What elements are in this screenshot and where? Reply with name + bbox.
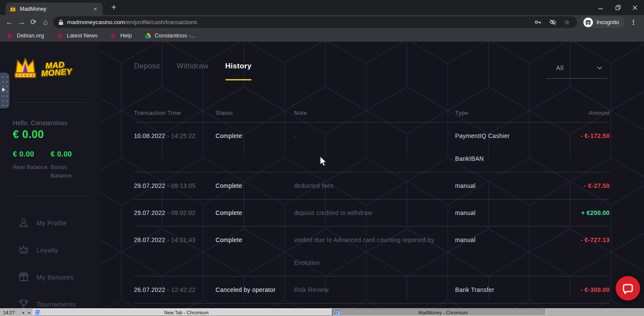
url-path: /en/profile/cash/transactions (125, 19, 197, 25)
taskbar-clock: 14:27 (0, 309, 20, 316)
cell-transaction-time: 28.07.2022 - 14:01:43 (134, 229, 216, 252)
bonus-balance-amount: € 0.00 (51, 150, 81, 159)
cell-amount: - €-172.50 (558, 125, 610, 147)
cell-amount: - €-27.50 (558, 175, 610, 197)
cell-note: Risk Review (294, 279, 455, 301)
browser-tab-strip: MadMoney × + (0, 0, 644, 15)
bookmark-star-icon[interactable]: ☆ (562, 18, 572, 26)
cell-status: Complete (216, 175, 294, 197)
bonus-balance-column: € 0.00 Bonus Balance (51, 150, 81, 180)
person-icon (18, 217, 29, 228)
bookmark-help[interactable]: Help (110, 32, 132, 39)
filter-dropdown[interactable]: All (546, 64, 607, 79)
real-balance-column: € 0.00 Real Balance (13, 150, 51, 180)
filter-value: All (556, 64, 597, 71)
screen: MadMoney × + ← → ⟳ ⌂ (0, 0, 644, 316)
mouse-cursor (320, 156, 328, 167)
cell-note: voided due to Advanced card counting rep… (294, 229, 455, 274)
task-title: MadMoney - Chromium (343, 310, 544, 315)
header-note: Note (294, 110, 455, 116)
sidebar-item-loyalty[interactable]: Loyalty (18, 240, 100, 259)
cell-status: Complete (216, 125, 294, 147)
taskbar-task-madmoney[interactable]: MadMoney - Chromium (332, 309, 546, 316)
taskbar-task-newtab[interactable]: New Tab - Chromium (33, 309, 332, 316)
browser-menu-icon[interactable]: ⋮ (626, 18, 641, 26)
taskbar-empty-area (546, 309, 644, 316)
sidebar-item-my-bonuses[interactable]: My Bonuses (18, 267, 100, 286)
password-key-icon[interactable] (532, 19, 544, 25)
page: MAD MONEY Hello, Constantinos € 0.00 € 0… (0, 42, 644, 308)
new-tab-button[interactable]: + (108, 2, 119, 13)
chat-bubble-icon (621, 282, 635, 295)
tab-close-icon[interactable]: × (92, 6, 99, 12)
cell-type: PaymentIQ Cashier BankIBAN (455, 125, 558, 170)
table-row: 28.07.2022 - 14:01:43 Complete voided du… (134, 227, 610, 276)
madmoney-favicon-crown-icon (9, 6, 16, 12)
trophy-icon (18, 298, 29, 308)
bonus-balance-label: Bonus Balance (51, 163, 81, 180)
browser-toolbar: ← → ⟳ ⌂ madmoneycasino.com/en/profile/ca… (0, 15, 644, 29)
debian-swirl-icon (110, 32, 117, 39)
close-window-icon[interactable] (629, 1, 641, 14)
bookmark-label: Help (120, 32, 132, 39)
tab-deposit[interactable]: Deposit (134, 62, 160, 71)
table-row: 26.07.2022 - 12:42:22 Canceled by operat… (134, 276, 610, 304)
home-icon[interactable]: ⌂ (39, 16, 52, 28)
debian-swirl-icon (7, 32, 13, 39)
lock-icon (58, 19, 64, 25)
url-domain: madmoneycasino.com (67, 19, 125, 25)
cell-amount: - €-727.13 (558, 229, 610, 252)
debian-swirl-icon (57, 32, 64, 39)
back-icon[interactable]: ← (3, 16, 15, 28)
forward-icon[interactable]: → (15, 16, 27, 28)
task-title: New Tab - Chromium (43, 310, 330, 315)
minimize-icon[interactable] (594, 1, 607, 14)
cell-note: deducted fees (294, 175, 455, 197)
bookmark-constantinos[interactable]: Constantinos -... (145, 32, 195, 39)
header-type: Type (455, 110, 558, 116)
eye-off-icon[interactable] (547, 19, 559, 25)
url-bar[interactable]: madmoneycasino.com/en/profile/cash/trans… (53, 16, 577, 28)
restore-window-icon[interactable] (611, 1, 624, 14)
taskbar-prev-icon[interactable]: ◂ (20, 309, 26, 316)
sidebar-menu: My Profile Loyalty My Bonuses (18, 213, 100, 308)
main-content: Deposit Withdraw History All Transaction… (100, 42, 644, 308)
chevron-down-icon (597, 66, 602, 70)
sidebar-divider (13, 102, 88, 103)
logo-line2: MONEY (41, 67, 72, 77)
chromium-icon (35, 310, 40, 315)
sidebar-item-my-profile[interactable]: My Profile (18, 213, 100, 232)
cash-tabs: Deposit Withdraw History (134, 62, 252, 71)
bookmark-label: Latest News (67, 32, 98, 39)
gift-icon (18, 271, 29, 282)
cell-status: Canceled by operator (216, 279, 294, 301)
live-chat-button[interactable] (616, 276, 640, 301)
tab-title: MadMoney (20, 6, 88, 12)
bookmark-debian[interactable]: Debian.org (7, 32, 44, 39)
header-transaction-time: Transaction Time (134, 110, 216, 116)
greeting-text: Hello, Constantinos (13, 120, 67, 126)
bookmark-latest-news[interactable]: Latest News (57, 32, 98, 39)
table-row: 10.08.2022 - 14:25:22 Complete - Payment… (134, 123, 610, 172)
table-rows: 10.08.2022 - 14:25:22 Complete - Payment… (134, 123, 610, 304)
tab-withdraw[interactable]: Withdraw (176, 62, 208, 71)
crown-icon (18, 244, 29, 255)
table-row: 29.07.2022 - 09:02:02 Complete deposit c… (134, 199, 610, 227)
incognito-label: Incognito (596, 19, 619, 25)
taskbar-next-icon[interactable]: ▸ (26, 309, 33, 316)
reload-icon[interactable]: ⟳ (27, 16, 39, 28)
sidebar-item-label: My Bonuses (36, 273, 74, 281)
header-status: Status (216, 110, 294, 116)
cell-amount: - €-300.00 (558, 279, 610, 301)
balance-breakdown: € 0.00 Real Balance € 0.00 Bonus Balance (13, 150, 81, 180)
cell-transaction-time: 26.07.2022 - 12:42:22 (134, 279, 216, 301)
madmoney-logo[interactable]: MAD MONEY (12, 56, 72, 80)
cell-transaction-time: 29.07.2022 - 09:02:02 (134, 202, 216, 224)
sidebar-item-tournaments[interactable]: Tournaments (18, 295, 100, 308)
browser-tab[interactable]: MadMoney × (6, 3, 103, 15)
sidebar-divider (13, 196, 88, 196)
table-header: Transaction Time Status Note Type Amount (134, 103, 610, 123)
tab-history[interactable]: History (225, 62, 252, 71)
google-drive-icon (145, 33, 151, 39)
side-panel-handle[interactable]: ▶ (0, 73, 9, 108)
